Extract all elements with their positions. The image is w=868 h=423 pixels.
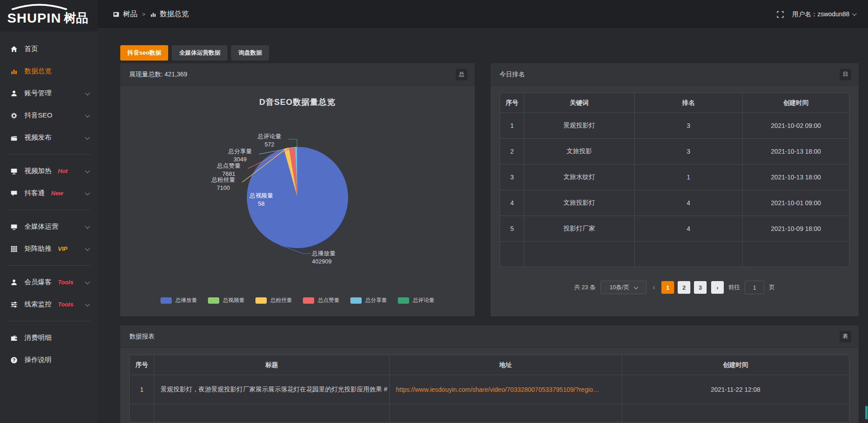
pie-label-share: 总分享量3049 — [222, 147, 258, 164]
legend-label: 总点赞量 — [318, 296, 340, 304]
sidebar-item-label: 抖音SEO — [24, 111, 52, 120]
breadcrumb-item[interactable]: 树品 — [123, 9, 137, 19]
legend-swatch — [255, 297, 267, 304]
sidebar-item-instructions[interactable]: ?操作说明 — [0, 349, 98, 371]
page-button-3[interactable]: 3 — [694, 281, 707, 294]
sidebar-item-member-baoke[interactable]: 会员爆客Tools — [0, 271, 98, 293]
table-row: 2文旅投影32021-10-13 18:00 — [500, 139, 849, 164]
page-button-1[interactable]: 1 — [661, 281, 674, 294]
wallet-icon — [10, 334, 18, 342]
ranking-panel-header: 今日排名 日 — [491, 63, 859, 86]
sidebar-item-media-operation[interactable]: 全媒体运营 — [0, 216, 98, 238]
table-cell: 文旅水纹灯 — [524, 164, 634, 190]
page-size-value: 10条/页 — [609, 283, 629, 291]
sidebar-item-douketong[interactable]: 抖客通New — [0, 182, 98, 204]
total-count-label: 共 23 条 — [574, 283, 596, 291]
app-logo[interactable]: SHUPIN 树品 — [0, 0, 98, 32]
empty-table-row — [500, 242, 849, 267]
legend-item-总分享量[interactable]: 总分享量 — [350, 296, 387, 304]
chevron-down-icon — [85, 90, 90, 95]
sidebar-item-badge: Tools — [58, 301, 73, 308]
sidebar-item-consumption-detail[interactable]: 消费明细 — [0, 327, 98, 349]
table-badge-button[interactable]: 表 — [840, 331, 851, 343]
pie-label-video: 总视频量58 — [243, 192, 279, 208]
breadcrumb: 树品 > 数据总览 — [113, 9, 189, 19]
sidebar-item-video-publish[interactable]: 视频发布 — [0, 127, 98, 149]
sidebar-item-matrix-boost[interactable]: 矩阵助推VIP — [0, 238, 98, 260]
bar-chart-icon — [10, 68, 18, 75]
table-cell: 5 — [500, 216, 524, 242]
sidebar-item-video-heat[interactable]: 视频加热Hot — [0, 160, 98, 182]
table-cell: 3 — [634, 113, 743, 139]
sidebar-item-label: 矩阵助推 — [24, 244, 52, 253]
sidebar-item-badge: VIP — [58, 245, 67, 252]
legend-item-总粉丝量[interactable]: 总粉丝量 — [255, 296, 292, 304]
legend-item-总播放量[interactable]: 总播放量 — [160, 296, 197, 304]
sidebar-item-data-overview[interactable]: 数据总览 — [0, 60, 98, 82]
chevron-down-icon — [85, 134, 90, 139]
pie-label-comment: 总评论量572 — [251, 132, 288, 149]
tab-2[interactable]: 询盘数据 — [231, 45, 269, 61]
sidebar-item-douyin-seo[interactable]: 抖音SEO — [0, 104, 98, 127]
pie-chart-svg — [120, 86, 475, 316]
breadcrumb-item[interactable]: 数据总览 — [160, 9, 189, 19]
sidebar-divider — [7, 265, 90, 266]
user-menu[interactable]: 用户名：zswodun88 — [792, 10, 855, 19]
day-badge-button[interactable]: 日 — [840, 69, 851, 80]
sidebar-item-badge: Hot — [58, 168, 68, 174]
tab-0[interactable]: 抖音seo数据 — [120, 45, 168, 61]
sidebar-item-label: 抖客通 — [24, 189, 45, 197]
ranking-title: 今日排名 — [500, 70, 525, 79]
tab-1[interactable]: 全媒体运营数据 — [172, 45, 227, 61]
page-button-2[interactable]: 2 — [678, 281, 690, 294]
sidebar-divider — [7, 210, 90, 210]
table-cell: 2 — [500, 139, 524, 164]
svg-text:?: ? — [13, 357, 15, 362]
table-cell: 4 — [634, 190, 743, 216]
column-header: 序号 — [130, 355, 154, 375]
legend-label: 总评论量 — [413, 296, 434, 304]
table-cell: 1 — [130, 375, 154, 404]
report-title: 数据报表 — [129, 333, 155, 341]
legend-item-总点赞量[interactable]: 总点赞量 — [303, 296, 340, 304]
sidebar-item-account-management[interactable]: 账号管理 — [0, 82, 98, 104]
sidebar-divider — [7, 154, 90, 155]
table-cell: 投影灯厂家 — [524, 216, 634, 242]
fullscreen-icon[interactable] — [777, 11, 784, 18]
prev-page-button[interactable]: ‹ — [651, 283, 657, 291]
question-icon: ? — [10, 357, 18, 364]
sidebar-item-clue-monitor[interactable]: 线索监控Tools — [0, 293, 98, 315]
bar-chart-icon — [150, 11, 156, 18]
total-badge-button[interactable]: 总 — [456, 69, 467, 80]
next-page-button[interactable]: › — [711, 281, 724, 294]
data-tabs: 抖音seo数据全媒体运营数据询盘数据 — [120, 45, 859, 61]
sidebar-item-badge: Tools — [58, 279, 73, 286]
scrollbar-thumb[interactable] — [865, 406, 868, 419]
chevron-down-icon — [85, 245, 90, 250]
legend-item-总视频量[interactable]: 总视频量 — [208, 296, 245, 304]
sidebar-item-home[interactable]: 首页 — [0, 38, 98, 60]
video-link[interactable]: https://www.iesdouyin.com/share/video/70… — [396, 386, 599, 393]
sidebar-item-label: 账号管理 — [24, 89, 52, 98]
table-cell: 3 — [634, 139, 743, 164]
overview-panel: 展现量总数: 421,369 总 D音SEO数据量总览 总评论量572 总分享 — [120, 63, 475, 316]
column-header: 地址 — [389, 355, 622, 375]
sidebar-item-label: 操作说明 — [24, 356, 52, 364]
legend-swatch — [303, 297, 314, 304]
user-icon — [10, 279, 18, 286]
table-cell: 2021-10-13 18:00 — [743, 164, 849, 190]
legend-item-总评论量[interactable]: 总评论量 — [398, 296, 434, 304]
report-panel: 数据报表 表 序号标题地址创建时间 1景观投影灯，夜游景观投影灯厂家展示展示落花… — [120, 325, 859, 423]
chevron-down-icon — [85, 112, 90, 117]
legend-label: 总视频量 — [223, 296, 245, 304]
sidebar-item-label: 视频加热 — [24, 167, 52, 175]
report-table: 序号标题地址创建时间 1景观投影灯，夜游景观投影灯厂家展示展示落花灯在花园里的灯… — [129, 355, 849, 422]
sidebar-item-label: 全媒体运营 — [24, 222, 58, 231]
impressions-total-label: 展现量总数: 421,369 — [129, 70, 187, 79]
logo-text-cn: 树品 — [64, 10, 88, 26]
table-cell: 1 — [500, 113, 524, 139]
page-size-select[interactable]: 10条/页 — [600, 281, 646, 294]
legend-label: 总分享量 — [365, 296, 387, 304]
table-row: 3文旅水纹灯12021-10-13 18:00 — [500, 164, 849, 190]
goto-page-input[interactable] — [745, 281, 764, 294]
